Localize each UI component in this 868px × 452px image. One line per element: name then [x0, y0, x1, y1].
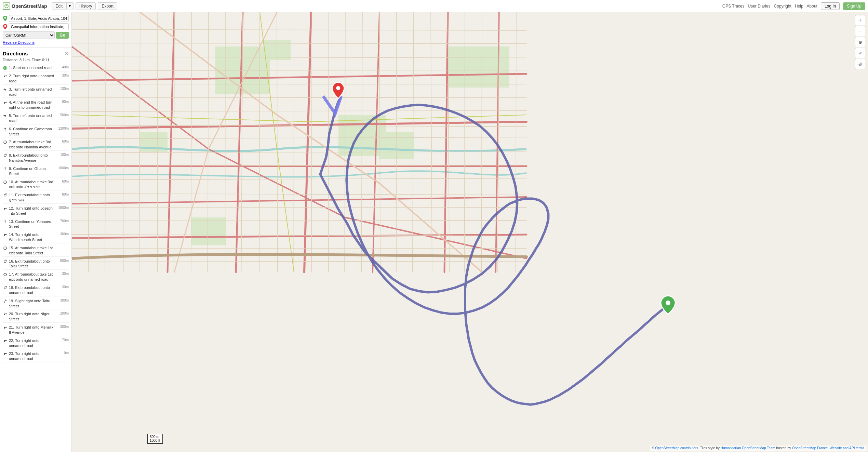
direction-icon-16 [3, 259, 8, 264]
osm-logo-icon [3, 2, 10, 10]
history-button[interactable]: History [76, 2, 96, 10]
direction-dist-14: 300m [56, 232, 69, 236]
directions-title: Directions [3, 51, 28, 56]
direction-icon-17 [3, 272, 8, 277]
destination-input[interactable] [9, 23, 69, 30]
direction-text-9: 9. Continue on Ghana Street [9, 166, 54, 176]
direction-text-3: 3. Turn left onto unnamed road [9, 87, 54, 97]
direction-icon-7 [3, 140, 8, 145]
direction-step-4: 4. At the end the road turn right onto u… [3, 99, 69, 111]
svg-point-8 [4, 194, 6, 196]
direction-dist-8: 100m [56, 153, 69, 157]
direction-dist-23: 10m [56, 351, 69, 355]
direction-icon-8 [3, 153, 8, 158]
go-button[interactable]: Go [56, 32, 69, 39]
direction-icon-23 [3, 351, 8, 356]
main-content: Car (OSRM) Bicycle Foot Go Reverse Direc… [0, 12, 868, 452]
direction-text-15: 15. At roundabout take 1st exit onto Tai… [9, 245, 54, 256]
direction-dist-12: 1500m [56, 206, 69, 210]
direction-text-17: 17. At roundabout take 1st exit onto unn… [9, 272, 54, 282]
direction-dist-18: 30m [56, 285, 69, 289]
routing-panel: Car (OSRM) Bicycle Foot Go Reverse Direc… [0, 12, 71, 48]
nav-help[interactable]: Help [795, 4, 803, 9]
direction-icon-19 [3, 299, 8, 304]
website-api-link[interactable]: Website and API terms [830, 446, 865, 450]
direction-text-13: 13. Continue on Yohanes Street [9, 219, 54, 229]
sidebar: Car (OSRM) Bicycle Foot Go Reverse Direc… [0, 12, 72, 452]
directions-list: 1. Start on unnamed road 40m 2. Turn rig… [3, 65, 69, 362]
scale-1000ft: 1000 ft [150, 439, 160, 442]
direction-text-2: 2. Turn right onto unnamed road [9, 74, 54, 84]
export-button[interactable]: Export [98, 2, 117, 10]
direction-step-19: 19. Slight right onto Taitu Street 300m [3, 298, 69, 310]
layers-button[interactable]: ⊕ [855, 37, 865, 47]
direction-step-3: 3. Turn left onto unnamed road 130m [3, 86, 69, 98]
direction-text-5: 5. Turn left onto unnamed road [9, 113, 54, 123]
close-directions-button[interactable]: ✕ [65, 51, 69, 56]
svg-point-11 [4, 273, 6, 276]
direction-icon-14 [3, 232, 8, 237]
nav-copyright[interactable]: Copyright [774, 4, 791, 9]
direction-step-16: 16. Exit roundabout onto Taitu Street 50… [3, 258, 69, 270]
attribution-text: © OpenStreetMap contributors. Tiles styl… [652, 446, 865, 450]
direction-step-2: 2. Turn right onto unnamed road 30m [3, 73, 69, 85]
nav-about[interactable]: About [807, 4, 817, 9]
directions-summary: Distance: 8.1km. Time: 0:11. [3, 58, 69, 62]
direction-step-6: 6. Continue on Cameroon Street 1200m [3, 126, 69, 138]
direction-dist-21: 300m [56, 325, 69, 329]
svg-point-2 [4, 25, 6, 27]
direction-icon-10 [3, 180, 8, 185]
routing-mode-select[interactable]: Car (OSRM) Bicycle Foot [3, 31, 55, 39]
svg-point-10 [4, 261, 6, 263]
zoom-out-button[interactable]: − [855, 26, 865, 36]
direction-text-8: 8. Exit roundabout onto Namibia Avenue [9, 153, 54, 163]
scale-300m: 300 m [150, 435, 160, 439]
direction-icon-12 [3, 206, 8, 211]
direction-step-23: 23. Turn right onto unnamed road 10m [3, 350, 69, 362]
map-attribution: © OpenStreetMap contributors. Tiles styl… [650, 446, 867, 451]
direction-icon-21 [3, 325, 8, 330]
origin-input[interactable] [9, 15, 69, 22]
direction-text-7: 7. At roundabout take 3rd exit onto Nami… [9, 139, 54, 150]
direction-step-10: 10. At roundabout take 3rd exit onto ጃፓን… [3, 179, 69, 191]
direction-text-19: 19. Slight right onto Taitu Street [9, 298, 54, 309]
direction-icon-6 [3, 127, 8, 132]
svg-point-12 [4, 287, 6, 289]
direction-dist-19: 300m [56, 298, 69, 302]
direction-text-20: 20. Turn right onto Niger Street [9, 311, 54, 322]
direction-icon-15 [3, 246, 8, 251]
map-controls: + − ⊕ ⇗ ◎ [855, 15, 865, 69]
direction-icon-2 [3, 74, 8, 79]
edit-dropdown[interactable]: ▼ [66, 3, 73, 9]
nav-user-diaries[interactable]: User Diaries [748, 4, 771, 9]
edit-button[interactable]: Edit [52, 3, 66, 10]
share-button[interactable]: ⇗ [855, 48, 865, 58]
direction-step-7: 7. At roundabout take 3rd exit onto Nami… [3, 139, 69, 151]
direction-icon-9 [3, 167, 8, 171]
direction-step-13: 13. Continue on Yohanes Street 700m [3, 218, 69, 230]
direction-dist-9: 1000m [56, 166, 69, 170]
direction-dist-6: 1200m [56, 127, 69, 130]
osm-link[interactable]: OpenStreetMap contributors [655, 446, 698, 450]
reverse-directions-link[interactable]: Reverse Directions [3, 40, 35, 44]
direction-dist-22: 70m [56, 338, 69, 342]
logo: OpenStreetMap [3, 2, 47, 10]
destination-input-row [3, 23, 69, 30]
direction-icon-18 [3, 285, 8, 290]
osm-france-link[interactable]: OpenStreetMap France [792, 446, 828, 450]
svg-point-7 [4, 181, 6, 184]
signup-button[interactable]: Sign Up [843, 2, 865, 10]
login-button[interactable]: Log In [821, 2, 840, 10]
direction-text-4: 4. At the end the road turn right onto u… [9, 100, 54, 110]
nav-gps-traces[interactable]: GPS Traces [722, 4, 745, 9]
zoom-in-button[interactable]: + [855, 15, 865, 25]
origin-input-row [3, 15, 69, 22]
directions-panel: Directions ✕ Distance: 8.1km. Time: 0:11… [0, 48, 71, 452]
map-container[interactable]: + − ⊕ ⇗ ◎ 300 m 1000 ft © OpenStreetMap … [72, 12, 868, 452]
direction-dist-2: 30m [56, 74, 69, 77]
direction-text-11: 11. Exit roundabout onto ጃፓን ጎዳና [9, 192, 54, 203]
hot-link[interactable]: Humanitarian OpenStreetMap Team [721, 446, 775, 450]
direction-step-11: 11. Exit roundabout onto ጃፓን ጎዳና 80m [3, 192, 69, 204]
geolocate-button[interactable]: ◎ [855, 59, 865, 69]
svg-point-1 [4, 17, 6, 19]
